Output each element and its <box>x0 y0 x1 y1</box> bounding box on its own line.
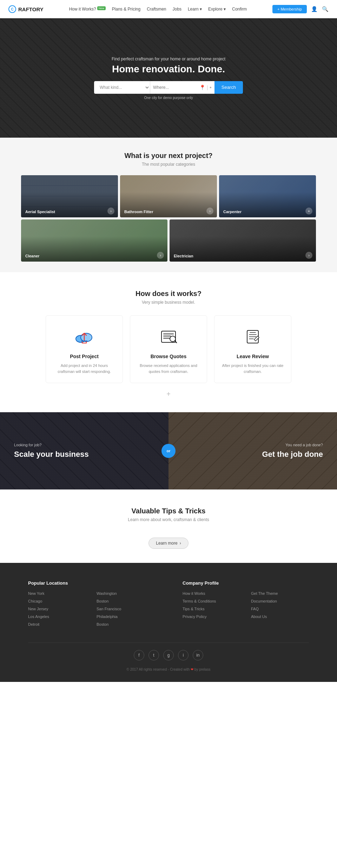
logo-icon: C <box>8 5 16 13</box>
how-title: How does it works? <box>21 290 316 298</box>
categories-title: What is your next project? <box>21 152 316 160</box>
nav-confirm[interactable]: Confirm <box>232 7 247 12</box>
nav-learn[interactable]: Learn ▾ <box>188 7 202 12</box>
categories-grid-row2: Cleaner › Electrician › <box>21 219 316 262</box>
footer-link-docs[interactable]: Documentation <box>251 599 309 603</box>
tips-title: Valuable Tips & Tricks <box>21 507 316 515</box>
footer-link-boston[interactable]: Boston <box>97 599 154 603</box>
category-aerial[interactable]: Aerial Specialist › <box>21 175 118 217</box>
how-section: How does it works? Very simple business … <box>0 272 337 412</box>
hero-content: Find perfect craftsman for your home or … <box>94 57 243 100</box>
location-pin-icon: 📍 <box>199 85 205 90</box>
footer-company: Company Profile How it Works Get The The… <box>183 580 309 629</box>
split-right-title: Get the job done <box>262 450 323 459</box>
how-browse-desc: Browse received applications and quotes … <box>137 363 200 374</box>
footer-company-heading: Company Profile <box>183 580 309 586</box>
nav-right: + Membership 👤 🔍 <box>272 5 329 13</box>
footer-locations-heading: Popular Locations <box>28 580 154 586</box>
leave-review-icon <box>242 326 264 348</box>
location-input[interactable] <box>150 81 199 94</box>
how-card-post: Post Project Add project and in 24 hours… <box>46 315 123 383</box>
footer-social: f t g i in <box>28 650 309 660</box>
user-icon[interactable]: 👤 <box>311 6 318 12</box>
social-google-icon[interactable]: g <box>163 650 174 660</box>
tips-subtitle: Learn more about work, craftsman & clien… <box>21 517 316 522</box>
footer-link-losangeles[interactable]: Los Angeles <box>28 614 86 619</box>
footer-top: Popular Locations New York Washington Ch… <box>28 580 309 629</box>
footer-link-privacy[interactable]: Privacy Policy <box>183 614 240 619</box>
social-linkedin-icon[interactable]: in <box>193 650 203 660</box>
cat-bathroom-icon: › <box>206 208 213 215</box>
category-bathroom[interactable]: Bathroom Fitter › <box>120 175 217 217</box>
cloud-upload-icon <box>73 326 95 348</box>
logo-text: RAFTORY <box>18 6 44 12</box>
footer-link-gettheme[interactable]: Get The Theme <box>251 591 309 596</box>
nav-links: How it Works?New Plans & Pricing Craftsm… <box>69 7 247 12</box>
category-cleaner[interactable]: Cleaner › <box>21 219 167 262</box>
hero-note: One city for demo purpose only <box>94 96 243 100</box>
logo[interactable]: C RAFTORY <box>8 5 44 13</box>
hero-title: Home renovation. Done. <box>94 64 243 75</box>
footer: Popular Locations New York Washington Ch… <box>0 563 337 682</box>
cat-aerial-label: Aerial Specialist <box>25 210 55 214</box>
learn-more-button[interactable]: Learn more › <box>148 538 188 549</box>
split-right[interactable]: You need a job done? Get the job done <box>168 412 337 489</box>
footer-location-links: New York Washington Chicago Boston New J… <box>28 591 154 629</box>
split-or-divider: or <box>161 444 176 458</box>
tips-section: Valuable Tips & Tricks Learn more about … <box>0 489 337 563</box>
how-post-desc: Add project and in 24 hours craftsman wi… <box>53 363 115 374</box>
learn-more-label: Learn more <box>156 541 177 546</box>
heart-icon: ❤ <box>191 668 193 671</box>
how-card-review: Leave Review After project is finished y… <box>214 315 291 383</box>
footer-link-newjersey[interactable]: New Jersey <box>28 607 86 611</box>
split-left-label: Looking for job? <box>14 443 154 447</box>
split-left[interactable]: Looking for job? Scale your business <box>0 412 168 489</box>
how-card-browse: Browse Quotes Browse received applicatio… <box>130 315 207 383</box>
split-right-label: You need a job done? <box>285 443 323 447</box>
footer-link-washington[interactable]: Washington <box>97 591 154 596</box>
cat-electrician-label: Electrician <box>174 254 193 258</box>
footer-link-faq[interactable]: FAQ <box>251 607 309 611</box>
footer-link-boston2[interactable]: Boston <box>97 622 154 626</box>
footer-link-howitworks[interactable]: How it Works <box>183 591 240 596</box>
social-facebook-icon[interactable]: f <box>134 650 144 660</box>
footer-link-sanfrancisco[interactable]: San Francisco <box>97 607 154 611</box>
nav-craftsmen[interactable]: Craftsmen <box>147 7 166 12</box>
footer-link-about[interactable]: About Us <box>251 614 309 619</box>
categories-section: What is your next project? The most popu… <box>0 138 337 272</box>
footer-link-newyork[interactable]: New York <box>28 591 86 596</box>
footer-link-tips[interactable]: Tips & Tricks <box>183 607 240 611</box>
footer-copyright: © 2017 All rights reserved - Created wit… <box>28 668 309 671</box>
hero-section: Find perfect craftsman for your home or … <box>0 18 337 138</box>
hero-subtitle: Find perfect craftsman for your home or … <box>94 57 243 61</box>
cat-carpenter-label: Carpenter <box>223 210 242 214</box>
footer-link-chicago[interactable]: Chicago <box>28 599 86 603</box>
footer-link-philadelphia[interactable]: Philadelphia <box>97 614 154 619</box>
nav-plans[interactable]: Plans & Pricing <box>112 7 140 12</box>
how-cards: Post Project Add project and in 24 hours… <box>21 315 316 383</box>
social-instagram-icon[interactable]: i <box>178 650 189 660</box>
cat-cleaner-label: Cleaner <box>25 254 39 258</box>
social-twitter-icon[interactable]: t <box>148 650 159 660</box>
location-input-wrap: 📍 | ● <box>150 81 214 94</box>
footer-link-detroit[interactable]: Detroit <box>28 622 86 626</box>
cat-aerial-icon: › <box>107 208 114 215</box>
footer-locations: Popular Locations New York Washington Ch… <box>28 580 154 629</box>
category-carpenter[interactable]: Carpenter + <box>219 175 316 217</box>
hero-search-bar: What kind... 📍 | ● Search <box>94 81 243 94</box>
how-plus-icon: + <box>21 390 316 398</box>
nav-how-it-works[interactable]: How it Works?New <box>69 7 106 12</box>
category-electrician[interactable]: Electrician › <box>170 219 316 262</box>
kind-select[interactable]: What kind... <box>94 81 150 94</box>
search-button[interactable]: Search <box>214 81 243 94</box>
new-badge: New <box>97 6 106 10</box>
nav-jobs[interactable]: Jobs <box>173 7 181 12</box>
nav-explore[interactable]: Explore ▾ <box>208 7 226 12</box>
footer-link-terms[interactable]: Terms & Conditions <box>183 599 240 603</box>
cat-carpenter-icon: + <box>305 208 312 215</box>
membership-button[interactable]: + Membership <box>272 5 307 13</box>
search-icon[interactable]: 🔍 <box>322 6 329 12</box>
cat-electrician-icon: › <box>305 252 312 259</box>
categories-grid-row1: Aerial Specialist › Bathroom Fitter › Ca… <box>21 175 316 217</box>
how-subtitle: Very simple business model. <box>21 300 316 305</box>
